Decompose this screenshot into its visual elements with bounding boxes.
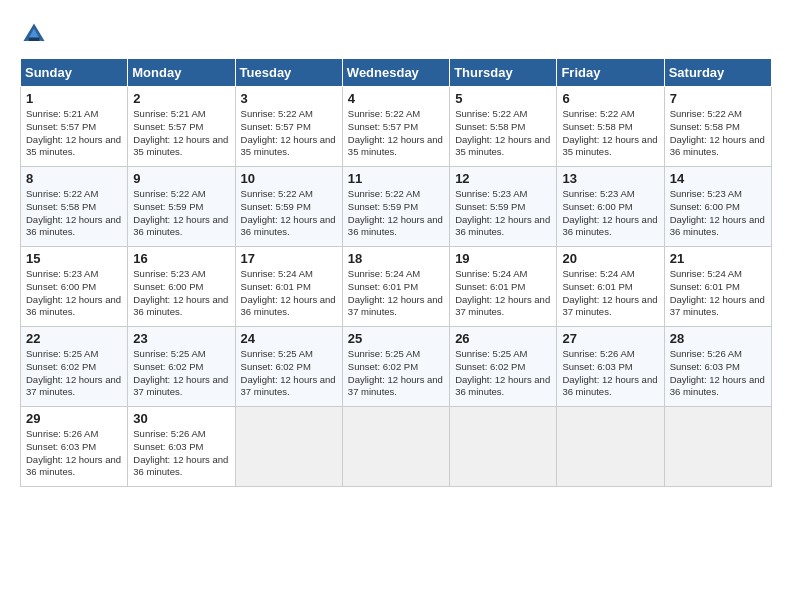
header-tuesday: Tuesday: [235, 59, 342, 87]
calendar-cell: 21Sunrise: 5:24 AMSunset: 6:01 PMDayligh…: [664, 247, 771, 327]
cell-content: Sunrise: 5:26 AMSunset: 6:03 PMDaylight:…: [26, 428, 122, 479]
calendar-cell: 12Sunrise: 5:23 AMSunset: 5:59 PMDayligh…: [450, 167, 557, 247]
cell-content: Sunrise: 5:22 AMSunset: 5:57 PMDaylight:…: [348, 108, 444, 159]
calendar-cell: 19Sunrise: 5:24 AMSunset: 6:01 PMDayligh…: [450, 247, 557, 327]
calendar-cell: 20Sunrise: 5:24 AMSunset: 6:01 PMDayligh…: [557, 247, 664, 327]
cell-content: Sunrise: 5:22 AMSunset: 5:58 PMDaylight:…: [455, 108, 551, 159]
logo: [20, 20, 52, 48]
day-number: 23: [133, 331, 229, 346]
day-number: 19: [455, 251, 551, 266]
header-saturday: Saturday: [664, 59, 771, 87]
day-number: 7: [670, 91, 766, 106]
cell-content: Sunrise: 5:22 AMSunset: 5:59 PMDaylight:…: [241, 188, 337, 239]
day-number: 13: [562, 171, 658, 186]
calendar-cell: 8Sunrise: 5:22 AMSunset: 5:58 PMDaylight…: [21, 167, 128, 247]
day-number: 5: [455, 91, 551, 106]
calendar-cell: 22Sunrise: 5:25 AMSunset: 6:02 PMDayligh…: [21, 327, 128, 407]
calendar-cell: 18Sunrise: 5:24 AMSunset: 6:01 PMDayligh…: [342, 247, 449, 327]
header-thursday: Thursday: [450, 59, 557, 87]
cell-content: Sunrise: 5:26 AMSunset: 6:03 PMDaylight:…: [133, 428, 229, 479]
day-number: 1: [26, 91, 122, 106]
calendar-week-1: 1Sunrise: 5:21 AMSunset: 5:57 PMDaylight…: [21, 87, 772, 167]
day-number: 15: [26, 251, 122, 266]
svg-rect-2: [28, 38, 39, 42]
cell-content: Sunrise: 5:22 AMSunset: 5:58 PMDaylight:…: [26, 188, 122, 239]
day-number: 6: [562, 91, 658, 106]
calendar-week-4: 22Sunrise: 5:25 AMSunset: 6:02 PMDayligh…: [21, 327, 772, 407]
calendar-cell: [450, 407, 557, 487]
cell-content: Sunrise: 5:23 AMSunset: 5:59 PMDaylight:…: [455, 188, 551, 239]
calendar-cell: 15Sunrise: 5:23 AMSunset: 6:00 PMDayligh…: [21, 247, 128, 327]
day-number: 10: [241, 171, 337, 186]
cell-content: Sunrise: 5:22 AMSunset: 5:59 PMDaylight:…: [348, 188, 444, 239]
cell-content: Sunrise: 5:23 AMSunset: 6:00 PMDaylight:…: [133, 268, 229, 319]
cell-content: Sunrise: 5:24 AMSunset: 6:01 PMDaylight:…: [241, 268, 337, 319]
cell-content: Sunrise: 5:23 AMSunset: 6:00 PMDaylight:…: [562, 188, 658, 239]
cell-content: Sunrise: 5:25 AMSunset: 6:02 PMDaylight:…: [455, 348, 551, 399]
header-friday: Friday: [557, 59, 664, 87]
header-monday: Monday: [128, 59, 235, 87]
calendar-cell: 16Sunrise: 5:23 AMSunset: 6:00 PMDayligh…: [128, 247, 235, 327]
calendar-week-5: 29Sunrise: 5:26 AMSunset: 6:03 PMDayligh…: [21, 407, 772, 487]
day-number: 20: [562, 251, 658, 266]
cell-content: Sunrise: 5:26 AMSunset: 6:03 PMDaylight:…: [670, 348, 766, 399]
cell-content: Sunrise: 5:25 AMSunset: 6:02 PMDaylight:…: [26, 348, 122, 399]
day-number: 14: [670, 171, 766, 186]
cell-content: Sunrise: 5:26 AMSunset: 6:03 PMDaylight:…: [562, 348, 658, 399]
day-number: 2: [133, 91, 229, 106]
cell-content: Sunrise: 5:21 AMSunset: 5:57 PMDaylight:…: [133, 108, 229, 159]
calendar-cell: 2Sunrise: 5:21 AMSunset: 5:57 PMDaylight…: [128, 87, 235, 167]
calendar-cell: 6Sunrise: 5:22 AMSunset: 5:58 PMDaylight…: [557, 87, 664, 167]
day-number: 30: [133, 411, 229, 426]
header-wednesday: Wednesday: [342, 59, 449, 87]
cell-content: Sunrise: 5:23 AMSunset: 6:00 PMDaylight:…: [670, 188, 766, 239]
day-number: 17: [241, 251, 337, 266]
calendar-cell: 27Sunrise: 5:26 AMSunset: 6:03 PMDayligh…: [557, 327, 664, 407]
day-number: 28: [670, 331, 766, 346]
day-number: 8: [26, 171, 122, 186]
day-number: 26: [455, 331, 551, 346]
calendar-cell: [664, 407, 771, 487]
calendar-cell: 23Sunrise: 5:25 AMSunset: 6:02 PMDayligh…: [128, 327, 235, 407]
day-number: 12: [455, 171, 551, 186]
calendar-cell: 3Sunrise: 5:22 AMSunset: 5:57 PMDaylight…: [235, 87, 342, 167]
cell-content: Sunrise: 5:22 AMSunset: 5:59 PMDaylight:…: [133, 188, 229, 239]
cell-content: Sunrise: 5:24 AMSunset: 6:01 PMDaylight:…: [348, 268, 444, 319]
calendar-table: SundayMondayTuesdayWednesdayThursdayFrid…: [20, 58, 772, 487]
day-number: 27: [562, 331, 658, 346]
day-number: 16: [133, 251, 229, 266]
calendar-cell: 9Sunrise: 5:22 AMSunset: 5:59 PMDaylight…: [128, 167, 235, 247]
calendar-cell: 30Sunrise: 5:26 AMSunset: 6:03 PMDayligh…: [128, 407, 235, 487]
cell-content: Sunrise: 5:25 AMSunset: 6:02 PMDaylight:…: [348, 348, 444, 399]
calendar-cell: 17Sunrise: 5:24 AMSunset: 6:01 PMDayligh…: [235, 247, 342, 327]
page-header: [20, 20, 772, 48]
day-number: 29: [26, 411, 122, 426]
cell-content: Sunrise: 5:22 AMSunset: 5:58 PMDaylight:…: [562, 108, 658, 159]
calendar-cell: 11Sunrise: 5:22 AMSunset: 5:59 PMDayligh…: [342, 167, 449, 247]
cell-content: Sunrise: 5:24 AMSunset: 6:01 PMDaylight:…: [670, 268, 766, 319]
cell-content: Sunrise: 5:23 AMSunset: 6:00 PMDaylight:…: [26, 268, 122, 319]
calendar-cell: 28Sunrise: 5:26 AMSunset: 6:03 PMDayligh…: [664, 327, 771, 407]
cell-content: Sunrise: 5:25 AMSunset: 6:02 PMDaylight:…: [241, 348, 337, 399]
cell-content: Sunrise: 5:22 AMSunset: 5:57 PMDaylight:…: [241, 108, 337, 159]
header-sunday: Sunday: [21, 59, 128, 87]
day-number: 25: [348, 331, 444, 346]
calendar-cell: 14Sunrise: 5:23 AMSunset: 6:00 PMDayligh…: [664, 167, 771, 247]
calendar-week-2: 8Sunrise: 5:22 AMSunset: 5:58 PMDaylight…: [21, 167, 772, 247]
cell-content: Sunrise: 5:24 AMSunset: 6:01 PMDaylight:…: [455, 268, 551, 319]
day-number: 11: [348, 171, 444, 186]
calendar-cell: 10Sunrise: 5:22 AMSunset: 5:59 PMDayligh…: [235, 167, 342, 247]
cell-content: Sunrise: 5:25 AMSunset: 6:02 PMDaylight:…: [133, 348, 229, 399]
cell-content: Sunrise: 5:21 AMSunset: 5:57 PMDaylight:…: [26, 108, 122, 159]
calendar-cell: [557, 407, 664, 487]
day-number: 3: [241, 91, 337, 106]
day-number: 22: [26, 331, 122, 346]
cell-content: Sunrise: 5:24 AMSunset: 6:01 PMDaylight:…: [562, 268, 658, 319]
day-number: 21: [670, 251, 766, 266]
cell-content: Sunrise: 5:22 AMSunset: 5:58 PMDaylight:…: [670, 108, 766, 159]
day-number: 24: [241, 331, 337, 346]
calendar-week-3: 15Sunrise: 5:23 AMSunset: 6:00 PMDayligh…: [21, 247, 772, 327]
calendar-cell: [342, 407, 449, 487]
calendar-cell: 26Sunrise: 5:25 AMSunset: 6:02 PMDayligh…: [450, 327, 557, 407]
calendar-header-row: SundayMondayTuesdayWednesdayThursdayFrid…: [21, 59, 772, 87]
